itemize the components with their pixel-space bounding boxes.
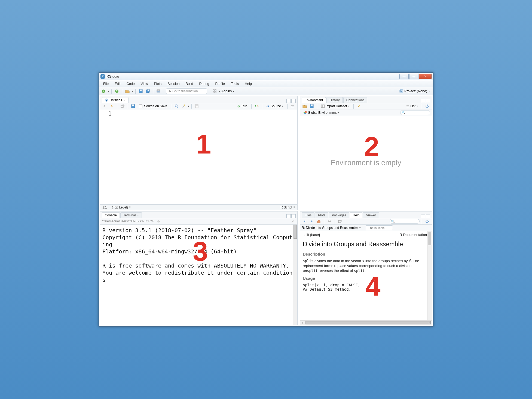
console-output[interactable]: R version 3.5.1 (2018-07-02) -- "Feather… bbox=[100, 225, 297, 325]
source-button[interactable]: Source ▾ bbox=[264, 104, 285, 109]
tab-plots[interactable]: Plots bbox=[315, 212, 328, 218]
source-editor[interactable]: 1 1 bbox=[100, 109, 297, 204]
dropdown-icon[interactable]: ▾ bbox=[132, 90, 133, 93]
help-tabs: Files Plots Packages Help Viewer bbox=[300, 211, 432, 218]
find-in-topic-input[interactable] bbox=[366, 225, 393, 230]
help-print-icon[interactable] bbox=[326, 218, 332, 224]
pane-minimize-icon[interactable] bbox=[286, 99, 291, 103]
scrollbar[interactable] bbox=[293, 225, 297, 325]
project-selector[interactable]: R Project: (None) ▾ bbox=[399, 89, 432, 93]
back-icon[interactable] bbox=[102, 103, 108, 109]
help-forward-icon[interactable] bbox=[309, 218, 315, 224]
minimize-button[interactable]: — bbox=[399, 74, 409, 79]
svg-rect-5 bbox=[140, 90, 142, 91]
menu-session[interactable]: Session bbox=[165, 81, 182, 87]
scrollbar[interactable] bbox=[427, 231, 432, 325]
pane-maximize-icon[interactable] bbox=[291, 214, 296, 218]
main-toolbar: +▾ R ▾ Go to file/function ▾ Addins ▾ R … bbox=[99, 87, 433, 95]
clear-console-icon[interactable] bbox=[290, 218, 296, 224]
svg-text:R: R bbox=[116, 90, 118, 93]
print-icon[interactable] bbox=[155, 88, 161, 94]
scope-selector[interactable]: (Top Level) bbox=[112, 205, 128, 209]
help-back-icon[interactable] bbox=[302, 218, 308, 224]
env-scope-selector[interactable]: Global Environment ▾ bbox=[302, 110, 341, 115]
refresh-icon[interactable] bbox=[424, 218, 430, 224]
tab-terminal[interactable]: Terminal × bbox=[120, 212, 142, 218]
maximize-button[interactable]: ▭ bbox=[409, 74, 418, 79]
menu-build[interactable]: Build bbox=[183, 81, 196, 87]
menu-code[interactable]: Code bbox=[124, 81, 137, 87]
tab-environment[interactable]: Environment bbox=[302, 97, 326, 103]
help-usage-code: split(x, f, drop = FALSE, ...) ## Defaul… bbox=[303, 283, 427, 291]
help-home-icon[interactable] bbox=[316, 218, 322, 224]
help-content[interactable]: split {base} R Documentation Divide into… bbox=[300, 231, 432, 325]
menu-help[interactable]: Help bbox=[242, 81, 255, 87]
open-file-icon[interactable] bbox=[124, 88, 130, 94]
tab-viewer[interactable]: Viewer bbox=[363, 212, 379, 218]
new-file-icon[interactable]: + bbox=[100, 88, 106, 94]
grid-icon[interactable] bbox=[212, 88, 218, 94]
menu-debug[interactable]: Debug bbox=[197, 81, 212, 87]
source-tab[interactable]: ● Untitled1 × bbox=[102, 97, 129, 103]
pane-maximize-icon[interactable] bbox=[426, 99, 430, 103]
working-dir[interactable]: //telemaque/users/CEPE-S3-FORM/ bbox=[102, 219, 154, 223]
popout-icon[interactable] bbox=[120, 103, 126, 109]
pane-maximize-icon[interactable] bbox=[426, 214, 430, 218]
close-button[interactable]: ✕ bbox=[419, 74, 432, 79]
run-button[interactable]: Run bbox=[235, 104, 249, 109]
broom-icon[interactable] bbox=[356, 103, 362, 109]
tab-history[interactable]: History bbox=[326, 97, 343, 103]
svg-point-22 bbox=[175, 105, 177, 107]
tab-console[interactable]: Console bbox=[102, 212, 120, 218]
pane-minimize-icon[interactable] bbox=[421, 99, 425, 103]
source-on-save-checkbox[interactable]: Source on Save bbox=[137, 104, 169, 109]
outline-icon[interactable] bbox=[290, 103, 296, 109]
menu-plots[interactable]: Plots bbox=[151, 81, 164, 87]
svg-rect-8 bbox=[148, 90, 149, 91]
import-dataset-button[interactable]: Import Dataset ▾ bbox=[319, 104, 351, 109]
goto-wd-icon[interactable] bbox=[155, 218, 161, 224]
save-icon[interactable] bbox=[138, 88, 144, 94]
dropdown-icon[interactable]: ▾ bbox=[219, 90, 220, 93]
help-popout-icon[interactable] bbox=[337, 218, 343, 224]
svg-rect-44 bbox=[304, 113, 306, 114]
save-all-icon[interactable] bbox=[145, 88, 151, 94]
report-icon[interactable] bbox=[194, 103, 200, 109]
save-file-icon[interactable] bbox=[130, 103, 136, 109]
forward-icon[interactable] bbox=[109, 103, 115, 109]
tab-connections[interactable]: Connections bbox=[343, 97, 368, 103]
search-icon[interactable] bbox=[173, 103, 179, 109]
help-topic-bar: R: Divide into Groups and Reassemble ▾ bbox=[300, 225, 432, 231]
refresh-icon[interactable] bbox=[424, 103, 430, 109]
tab-packages[interactable]: Packages bbox=[329, 212, 349, 218]
menu-edit[interactable]: Edit bbox=[112, 81, 123, 87]
new-project-icon[interactable]: R bbox=[114, 88, 120, 94]
pane-minimize-icon[interactable] bbox=[286, 214, 291, 218]
dropdown-icon[interactable]: ▾ bbox=[108, 90, 109, 93]
menu-profile[interactable]: Profile bbox=[212, 81, 227, 87]
help-topic-selector[interactable]: R: Divide into Groups and Reassemble bbox=[302, 226, 358, 230]
file-mode[interactable]: R Script bbox=[280, 205, 292, 209]
rerun-icon[interactable] bbox=[254, 103, 260, 109]
addins-menu[interactable]: Addins ▾ bbox=[221, 89, 234, 93]
load-icon[interactable] bbox=[302, 103, 308, 109]
tab-help[interactable]: Help bbox=[350, 212, 363, 218]
wand-icon[interactable] bbox=[181, 103, 186, 109]
help-search[interactable]: 🔍 bbox=[390, 219, 420, 224]
h-scrollbar[interactable]: ◂ ▸ bbox=[300, 320, 432, 325]
source-toolbar: Source on Save ▾ Run Source ▾ bbox=[100, 103, 297, 109]
menu-file[interactable]: File bbox=[100, 81, 111, 87]
menu-view[interactable]: View bbox=[138, 81, 151, 87]
menu-tools[interactable]: Tools bbox=[228, 81, 241, 87]
goto-file-input[interactable]: Go to file/function bbox=[166, 88, 207, 94]
help-pane: Files Plots Packages Help Viewer bbox=[300, 211, 432, 325]
tab-files[interactable]: Files bbox=[302, 212, 314, 218]
list-view-button[interactable]: List ▾ bbox=[405, 104, 420, 109]
close-tab-icon[interactable]: × bbox=[124, 99, 125, 102]
svg-rect-48 bbox=[338, 220, 341, 223]
save-env-icon[interactable] bbox=[309, 103, 315, 109]
pane-minimize-icon[interactable] bbox=[421, 214, 425, 218]
pane-maximize-icon[interactable] bbox=[291, 99, 296, 103]
env-toolbar: Import Dataset ▾ List ▾ bbox=[300, 103, 432, 109]
env-search[interactable]: 🔍 bbox=[400, 110, 430, 115]
